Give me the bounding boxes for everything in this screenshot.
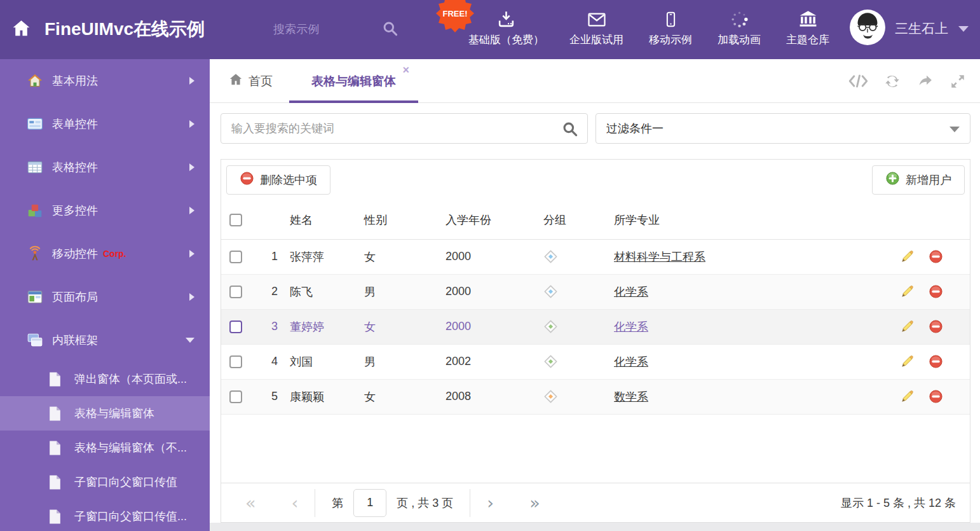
table-row[interactable]: 1张萍萍女2000材料科学与工程系 <box>221 239 970 274</box>
house-icon <box>27 72 43 89</box>
major-link[interactable]: 化学系 <box>614 286 648 298</box>
sidebar-item[interactable]: 页面布局 <box>0 275 210 319</box>
sidebar-item[interactable]: 更多控件 <box>0 189 210 232</box>
main-area: 首页 表格与编辑窗体 × <box>210 59 980 531</box>
cell-name: 康颖颖 <box>290 379 364 414</box>
username: 三生石上 <box>895 20 948 38</box>
edit-pencil-icon[interactable] <box>900 354 915 369</box>
close-icon[interactable]: × <box>402 64 409 76</box>
sidebar-subitem[interactable]: 表格与编辑窗体 <box>0 396 210 431</box>
edit-pencil-icon[interactable] <box>900 319 915 334</box>
sidebar-subitem[interactable]: 子窗口向父窗口传值... <box>0 499 210 531</box>
tag-icon <box>543 389 614 404</box>
header-nav-item[interactable]: 加载动画 <box>718 6 761 47</box>
sidebar-subitem[interactable]: 表格与编辑窗体（不... <box>0 431 210 465</box>
sidebar-item[interactable]: 移动控件Corp. <box>0 232 210 275</box>
file-icon <box>46 371 63 387</box>
delete-row-icon[interactable] <box>929 319 943 334</box>
prev-page-button[interactable]: ‹ <box>292 494 299 511</box>
sidebar-subitem-label: 表格与编辑窗体 <box>74 406 154 421</box>
table-row[interactable]: 2陈飞男2000化学系 <box>221 274 970 309</box>
sidebar-item-label: 表单控件 <box>52 116 98 132</box>
sidebar-item[interactable]: 内联框架 <box>0 319 210 362</box>
tab-bar: 首页 表格与编辑窗体 × <box>210 59 980 103</box>
header-nav-label: 企业版试用 <box>569 32 623 47</box>
tab-home[interactable]: 首页 <box>229 59 273 103</box>
header-nav-item[interactable]: 企业版试用 <box>569 6 623 47</box>
major-link[interactable]: 材料科学与工程系 <box>614 251 705 263</box>
chevron-right-icon <box>189 163 194 171</box>
sidebar-subitem[interactable]: 子窗口向父窗口传值 <box>0 465 210 499</box>
delete-row-icon[interactable] <box>929 284 943 299</box>
app-window: FineUIMvc在线示例 FREE! 基础版（免费）企业版试用移动示例加载动画… <box>0 0 980 531</box>
page-number-input[interactable] <box>353 489 386 517</box>
cell-gender: 男 <box>364 274 446 309</box>
redirect-icon[interactable] <box>916 73 934 89</box>
sidebar-subitem-label: 表格与编辑窗体（不... <box>74 440 187 455</box>
table-row[interactable]: 3董婷婷女2000化学系 <box>221 309 970 344</box>
keyword-search-input[interactable] <box>231 114 555 143</box>
source-code-icon[interactable] <box>848 74 868 88</box>
row-checkbox[interactable] <box>229 355 242 368</box>
chevron-right-icon <box>189 207 194 214</box>
edit-pencil-icon[interactable] <box>900 284 915 299</box>
header-nav: 基础版（免费）企业版试用移动示例加载动画主题仓库 <box>468 6 829 47</box>
cell-gender: 男 <box>364 344 446 379</box>
search-icon[interactable] <box>561 120 578 140</box>
table-row[interactable]: 4刘国男2002化学系 <box>221 344 970 379</box>
sidebar-subitem[interactable]: 弹出窗体（本页面或... <box>0 362 210 396</box>
download-icon <box>496 6 516 29</box>
row-number: 5 <box>259 379 290 414</box>
row-checkbox[interactable] <box>229 286 242 298</box>
header-search-input[interactable] <box>273 19 375 39</box>
header-nav-item[interactable]: 基础版（免费） <box>468 6 544 47</box>
delete-row-icon[interactable] <box>929 354 943 369</box>
row-number: 1 <box>259 239 290 274</box>
first-page-button[interactable]: « <box>245 494 256 511</box>
grid-panel: 删除选中项 新增用户 姓名 性别 <box>221 159 970 523</box>
select-all-checkbox[interactable] <box>229 214 242 226</box>
page-label-prefix: 第 <box>332 495 343 511</box>
delete-row-icon[interactable] <box>929 249 943 264</box>
spinner-icon <box>730 6 749 29</box>
tab-active[interactable]: 表格与编辑窗体 × <box>289 59 418 103</box>
top-header: FineUIMvc在线示例 FREE! 基础版（免费）企业版试用移动示例加载动画… <box>0 0 980 59</box>
home-icon[interactable] <box>11 18 31 38</box>
major-link[interactable]: 数学系 <box>614 390 648 403</box>
search-icon[interactable] <box>381 20 398 39</box>
user-menu[interactable]: 三生石上 <box>849 9 969 48</box>
last-page-button[interactable]: » <box>529 494 540 511</box>
edit-pencil-icon[interactable] <box>900 249 915 264</box>
cell-name: 陈飞 <box>290 274 364 309</box>
column-header-name: 姓名 <box>290 201 364 239</box>
delete-selected-button[interactable]: 删除选中项 <box>226 165 330 195</box>
sidebar-item[interactable]: 基本用法 <box>0 59 210 102</box>
header-nav-label: 基础版（免费） <box>468 32 544 47</box>
row-checkbox[interactable] <box>229 321 242 333</box>
cell-gender: 女 <box>364 309 446 344</box>
chevron-right-icon <box>189 120 194 128</box>
file-icon <box>46 474 63 490</box>
chevron-right-icon <box>189 250 194 258</box>
sidebar-item[interactable]: 表格控件 <box>0 146 210 189</box>
expand-icon[interactable] <box>949 73 966 90</box>
major-link[interactable]: 化学系 <box>614 321 648 333</box>
frames-icon <box>27 332 43 348</box>
sidebar-item[interactable]: 表单控件 <box>0 102 210 146</box>
add-user-button[interactable]: 新增用户 <box>872 165 965 195</box>
cell-year: 2000 <box>446 309 540 344</box>
header-nav-item[interactable]: 移动示例 <box>649 6 692 47</box>
header-nav-item[interactable]: 主题仓库 <box>786 6 829 47</box>
next-page-button[interactable]: › <box>487 494 494 511</box>
edit-pencil-icon[interactable] <box>900 389 915 404</box>
filter-dropdown[interactable]: 过滤条件一 <box>595 113 970 144</box>
column-header-year: 入学年份 <box>446 201 540 239</box>
refresh-icon[interactable] <box>883 73 901 90</box>
row-checkbox[interactable] <box>229 251 242 263</box>
table-row[interactable]: 5康颖颖女2008数学系 <box>221 379 970 414</box>
column-header-major: 所学专业 <box>614 201 868 239</box>
row-number: 2 <box>259 274 290 309</box>
delete-row-icon[interactable] <box>929 389 943 404</box>
major-link[interactable]: 化学系 <box>614 355 648 368</box>
row-checkbox[interactable] <box>229 390 242 403</box>
